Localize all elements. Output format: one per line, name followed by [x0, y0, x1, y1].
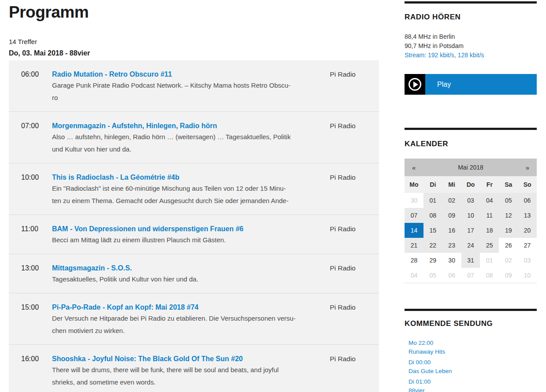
program-entry: 13:00 Mittagsmagazin - S.O.S. Tagesaktue… [9, 254, 379, 293]
entry-description: Garage Punk Pirate Radio Podcast Network… [52, 79, 305, 104]
entry-station: Pi Radio [305, 173, 379, 182]
program-list: 06:00 Radio Mutation - Retro Obscuro #11… [9, 60, 379, 392]
entry-title-link[interactable]: BAM - Von Depressionen und widerspenstig… [52, 224, 305, 234]
entry-time: 06:00 [9, 70, 52, 79]
calendar-day[interactable]: 01 [423, 193, 442, 208]
play-button-body: Play [425, 74, 537, 95]
entry-description-line: und Kultur von hier und da. [52, 143, 305, 155]
frequency-potsdam: 90,7 MHz in Potsdam [405, 41, 537, 51]
entry-body: Shooshka - Joyful Noise: The Black Gold … [52, 354, 305, 388]
entry-title-link[interactable]: This is Radioclash - La Géométrie #4b [52, 173, 305, 182]
entry-description: Der Versuch ne Hitparade bei Pi Radio zu… [52, 312, 305, 337]
calendar-next-button[interactable]: » [526, 164, 537, 171]
calendar-day[interactable]: 16 [442, 223, 461, 238]
calendar-day[interactable]: 04 [480, 193, 499, 208]
entry-description: There will be drums, there will be funk,… [52, 364, 305, 388]
calendar-dayname: So [518, 176, 537, 193]
entry-description-line: There will be drums, there will be funk,… [52, 364, 305, 376]
calendar-day[interactable]: 20 [518, 223, 537, 238]
calendar-day[interactable]: 11 [480, 208, 499, 223]
calendar-day[interactable]: 06 [518, 193, 537, 208]
frequency-berlin: 88,4 MHz in Berlin [405, 32, 537, 41]
calendar-day: 07 [461, 268, 480, 283]
calendar-day[interactable]: 09 [442, 208, 461, 223]
program-entry: 15:00 Pi-Pa-Po-Rade - Kopf an Kopf: Mai … [9, 293, 379, 344]
upcoming-show-title: Runaway Hits [409, 348, 537, 356]
upcoming-heading: KOMMENDE SENDUNG [405, 320, 537, 328]
calendar-day-selected[interactable]: 14 [405, 223, 423, 238]
play-button[interactable]: Play [405, 74, 537, 95]
entry-title-link[interactable]: Shooshka - Joyful Noise: The Black Gold … [52, 354, 305, 364]
calendar-day[interactable]: 23 [442, 238, 461, 253]
calendar-prev-button[interactable]: « [405, 164, 416, 171]
calendar-day[interactable]: 02 [442, 193, 461, 208]
entry-description-line: shrieks, and sometime even words. [52, 376, 305, 388]
calendar-day: 09 [499, 268, 518, 283]
calendar-day[interactable]: 25 [480, 238, 499, 253]
calendar-day[interactable]: 24 [461, 238, 480, 253]
entry-description-line: Ein "Radioclash" ist eine 60-minütige Mi… [52, 182, 305, 195]
calendar-day[interactable]: 22 [423, 238, 442, 253]
calendar-day: 06 [442, 268, 461, 283]
stream-link-192[interactable]: Stream: 192 kbit/s [405, 52, 454, 59]
stream-separator: , [454, 52, 458, 59]
stream-line: Stream: 192 kbit/s, 128 kbit/s [405, 51, 537, 60]
calendar-day[interactable]: 18 [480, 223, 499, 238]
calendar-dayname: Fr [480, 176, 499, 193]
entry-description: Ein "Radioclash" ist eine 60-minütige Mi… [52, 182, 305, 207]
entry-title-link[interactable]: Mittagsmagazin - S.O.S. [52, 263, 305, 273]
calendar-day[interactable]: 05 [499, 193, 518, 208]
calendar-day[interactable]: 08 [423, 208, 442, 223]
calendar-day[interactable]: 19 [499, 223, 518, 238]
entry-station: Pi Radio [305, 303, 379, 312]
entry-title-link[interactable]: Morgenmagazin - Aufstehn, Hinlegen, Radi… [52, 121, 305, 131]
calendar-day: 05 [423, 268, 442, 283]
program-entry: 16:00 Shooshka - Joyful Noise: The Black… [9, 344, 379, 392]
entry-station: Pi Radio [305, 70, 379, 79]
calendar-header: « Mai 2018 » [405, 159, 537, 176]
calendar-day[interactable]: 12 [499, 208, 518, 223]
calendar-day: 30 [442, 253, 461, 268]
play-label: Play [425, 81, 451, 89]
calendar-day[interactable]: 31 [461, 253, 480, 268]
calendar-day[interactable]: 21 [405, 238, 423, 253]
program-entry: 07:00 Morgenmagazin - Aufstehn, Hinlegen… [9, 111, 379, 163]
calendar-day: 08 [480, 268, 499, 283]
frequency-list: 88,4 MHz in Berlin 90,7 MHz in Potsdam S… [405, 32, 537, 60]
entry-station: Pi Radio [305, 224, 379, 234]
stream-link-128[interactable]: 128 kbit/s [458, 52, 484, 59]
entry-body: Mittagsmagazin - S.O.S. Tagesaktuelles, … [52, 263, 305, 285]
calendar-day[interactable]: 07 [405, 208, 423, 223]
calendar-day[interactable]: 17 [461, 223, 480, 238]
calendar-dayname: Sa [499, 176, 518, 193]
entry-description-line: Der Versuch ne Hitparade bei Pi Radio zu… [52, 312, 305, 325]
play-circle-icon [405, 74, 425, 95]
program-entry: 06:00 Radio Mutation - Retro Obscuro #11… [9, 60, 379, 111]
calendar-day: 01 [480, 253, 499, 268]
calendar-day[interactable]: 03 [461, 193, 480, 208]
section-divider [405, 309, 537, 311]
upcoming-show-link[interactable]: Di 01:00 88vier [409, 377, 537, 392]
calendar-day: 29 [423, 253, 442, 268]
entry-body: BAM - Von Depressionen und widerspenstig… [52, 224, 305, 246]
entry-description-line: chen motiviert zu wirken. [52, 325, 305, 337]
program-entry: 10:00 This is Radioclash - La Géométrie … [9, 163, 379, 214]
calendar-day[interactable]: 13 [518, 208, 537, 223]
entry-body: Pi-Pa-Po-Rade - Kopf an Kopf: Mai 2018 #… [52, 303, 305, 337]
entry-title-link[interactable]: Pi-Pa-Po-Rade - Kopf an Kopf: Mai 2018 #… [52, 303, 305, 312]
entry-description-line: ten zu einem Thema. Gemacht oder Ausgesu… [52, 195, 305, 207]
upcoming-show-time: Di 01:00 [409, 377, 537, 386]
entry-body: Radio Mutation - Retro Obscuro #11 Garag… [52, 70, 305, 104]
entry-station: Pi Radio [305, 354, 379, 364]
upcoming-show-link[interactable]: Di 00:00 Das Gute Leben [409, 358, 537, 376]
calendar-day[interactable]: 10 [461, 208, 480, 223]
upcoming-show-link[interactable]: Mo 22:00 Runaway Hits [409, 339, 537, 356]
entry-time: 16:00 [9, 354, 52, 364]
calendar-heading: KALENDER [405, 140, 537, 148]
calendar-day: 28 [405, 253, 423, 268]
radio-listen-heading: RADIO HÖREN [405, 13, 537, 21]
upcoming-list: Mo 22:00 Runaway Hits Di 00:00 Das Gute … [405, 339, 537, 392]
calendar-day[interactable]: 15 [423, 223, 442, 238]
entry-title-link[interactable]: Radio Mutation - Retro Obscuro #11 [52, 70, 305, 79]
entry-time: 10:00 [9, 173, 52, 182]
